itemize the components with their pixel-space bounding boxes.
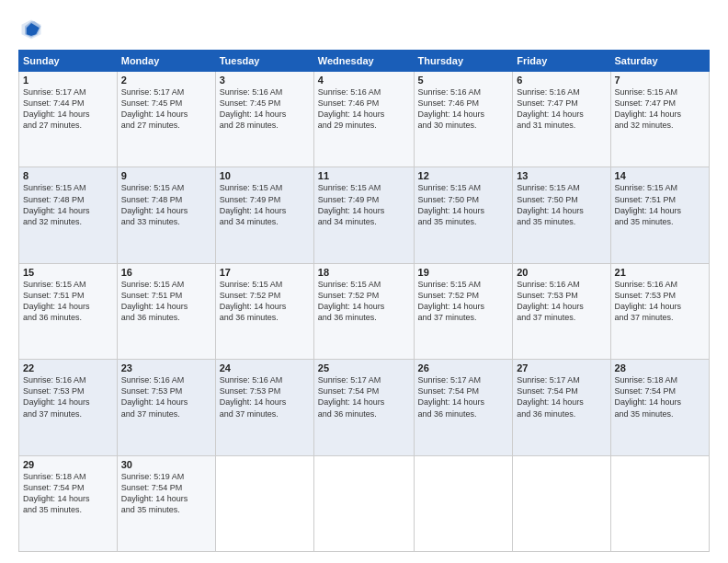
calendar-cell: 3Sunrise: 5:16 AM Sunset: 7:45 PM Daylig… [215,72,313,167]
calendar-cell: 1Sunrise: 5:17 AM Sunset: 7:44 PM Daylig… [19,72,118,167]
day-of-week-sunday: Sunday [19,51,118,72]
day-info: Sunrise: 5:15 AM Sunset: 7:48 PM Dayligh… [23,182,113,227]
day-number: 24 [220,362,310,373]
day-info: Sunrise: 5:15 AM Sunset: 7:52 PM Dayligh… [318,279,410,324]
calendar-cell: 29Sunrise: 5:18 AM Sunset: 7:54 PM Dayli… [19,455,118,551]
calendar-cell: 27Sunrise: 5:17 AM Sunset: 7:54 PM Dayli… [513,360,610,455]
day-info: Sunrise: 5:15 AM Sunset: 7:52 PM Dayligh… [418,279,509,324]
page: SundayMondayTuesdayWednesdayThursdayFrid… [0,0,728,563]
day-info: Sunrise: 5:17 AM Sunset: 7:54 PM Dayligh… [318,374,410,419]
calendar-week-row: 22Sunrise: 5:16 AM Sunset: 7:53 PM Dayli… [19,360,710,455]
calendar-cell: 11Sunrise: 5:15 AM Sunset: 7:49 PM Dayli… [313,167,414,263]
calendar-week-row: 1Sunrise: 5:17 AM Sunset: 7:44 PM Daylig… [19,72,710,167]
day-number: 29 [23,459,113,470]
calendar-cell: 30Sunrise: 5:19 AM Sunset: 7:54 PM Dayli… [117,455,215,551]
calendar-cell: 22Sunrise: 5:16 AM Sunset: 7:53 PM Dayli… [19,360,118,455]
day-info: Sunrise: 5:15 AM Sunset: 7:49 PM Dayligh… [318,182,410,227]
day-info: Sunrise: 5:15 AM Sunset: 7:51 PM Dayligh… [23,279,113,324]
logo [18,17,48,42]
day-info: Sunrise: 5:16 AM Sunset: 7:46 PM Dayligh… [318,86,410,132]
day-number: 7 [615,75,705,86]
day-number: 15 [23,267,113,278]
calendar-cell: 18Sunrise: 5:15 AM Sunset: 7:52 PM Dayli… [313,263,414,359]
day-number: 26 [418,362,509,373]
day-number: 30 [121,459,211,470]
calendar-cell: 13Sunrise: 5:15 AM Sunset: 7:50 PM Dayli… [513,167,610,263]
day-info: Sunrise: 5:16 AM Sunset: 7:47 PM Dayligh… [517,86,606,132]
day-number: 23 [121,362,211,373]
day-info: Sunrise: 5:15 AM Sunset: 7:49 PM Dayligh… [220,182,310,227]
day-number: 27 [517,362,606,373]
calendar-cell: 4Sunrise: 5:16 AM Sunset: 7:46 PM Daylig… [313,72,414,167]
header [18,17,710,42]
calendar-cell [313,455,414,551]
day-of-week-thursday: Thursday [414,51,513,72]
calendar-cell: 25Sunrise: 5:17 AM Sunset: 7:54 PM Dayli… [313,360,414,455]
calendar-cell: 23Sunrise: 5:16 AM Sunset: 7:53 PM Dayli… [117,360,215,455]
calendar-cell: 17Sunrise: 5:15 AM Sunset: 7:52 PM Dayli… [215,263,313,359]
day-number: 8 [23,170,113,181]
calendar-cell: 5Sunrise: 5:16 AM Sunset: 7:46 PM Daylig… [414,72,513,167]
day-number: 12 [418,170,509,181]
day-info: Sunrise: 5:15 AM Sunset: 7:47 PM Dayligh… [615,86,705,132]
calendar-cell: 28Sunrise: 5:18 AM Sunset: 7:54 PM Dayli… [610,360,709,455]
day-number: 19 [418,267,509,278]
day-info: Sunrise: 5:16 AM Sunset: 7:46 PM Dayligh… [418,86,509,132]
day-number: 6 [517,75,606,86]
calendar-cell: 10Sunrise: 5:15 AM Sunset: 7:49 PM Dayli… [215,167,313,263]
day-number: 2 [121,75,211,86]
day-number: 22 [23,362,113,373]
calendar-cell [513,455,610,551]
day-info: Sunrise: 5:16 AM Sunset: 7:53 PM Dayligh… [121,374,211,419]
logo-icon [18,17,44,42]
calendar-cell: 20Sunrise: 5:16 AM Sunset: 7:53 PM Dayli… [513,263,610,359]
calendar-cell: 24Sunrise: 5:16 AM Sunset: 7:53 PM Dayli… [215,360,313,455]
day-number: 16 [121,267,211,278]
day-number: 5 [418,75,509,86]
day-number: 25 [318,362,410,373]
day-number: 4 [318,75,410,86]
day-number: 18 [318,267,410,278]
calendar-cell [215,455,313,551]
calendar-header-row: SundayMondayTuesdayWednesdayThursdayFrid… [19,51,710,72]
day-number: 20 [517,267,606,278]
day-info: Sunrise: 5:18 AM Sunset: 7:54 PM Dayligh… [615,374,705,419]
day-info: Sunrise: 5:16 AM Sunset: 7:53 PM Dayligh… [220,374,310,419]
day-number: 13 [517,170,606,181]
calendar-cell: 16Sunrise: 5:15 AM Sunset: 7:51 PM Dayli… [117,263,215,359]
calendar-week-row: 29Sunrise: 5:18 AM Sunset: 7:54 PM Dayli… [19,455,710,551]
day-number: 9 [121,170,211,181]
day-info: Sunrise: 5:15 AM Sunset: 7:50 PM Dayligh… [517,182,606,227]
calendar-cell: 12Sunrise: 5:15 AM Sunset: 7:50 PM Dayli… [414,167,513,263]
calendar-week-row: 15Sunrise: 5:15 AM Sunset: 7:51 PM Dayli… [19,263,710,359]
day-info: Sunrise: 5:17 AM Sunset: 7:54 PM Dayligh… [517,374,606,419]
day-number: 28 [615,362,705,373]
day-number: 21 [615,267,705,278]
day-number: 10 [220,170,310,181]
calendar-cell: 15Sunrise: 5:15 AM Sunset: 7:51 PM Dayli… [19,263,118,359]
day-info: Sunrise: 5:15 AM Sunset: 7:52 PM Dayligh… [220,279,310,324]
day-info: Sunrise: 5:16 AM Sunset: 7:53 PM Dayligh… [23,374,113,419]
calendar-cell: 8Sunrise: 5:15 AM Sunset: 7:48 PM Daylig… [19,167,118,263]
calendar-cell: 2Sunrise: 5:17 AM Sunset: 7:45 PM Daylig… [117,72,215,167]
day-info: Sunrise: 5:16 AM Sunset: 7:53 PM Dayligh… [615,279,705,324]
day-info: Sunrise: 5:15 AM Sunset: 7:51 PM Dayligh… [121,279,211,324]
calendar-cell: 19Sunrise: 5:15 AM Sunset: 7:52 PM Dayli… [414,263,513,359]
day-info: Sunrise: 5:15 AM Sunset: 7:48 PM Dayligh… [121,182,211,227]
calendar-cell [610,455,709,551]
day-number: 1 [23,75,113,86]
calendar-cell [414,455,513,551]
day-of-week-monday: Monday [117,51,215,72]
calendar-cell: 26Sunrise: 5:17 AM Sunset: 7:54 PM Dayli… [414,360,513,455]
day-number: 11 [318,170,410,181]
calendar-body: 1Sunrise: 5:17 AM Sunset: 7:44 PM Daylig… [19,72,710,552]
calendar-cell: 9Sunrise: 5:15 AM Sunset: 7:48 PM Daylig… [117,167,215,263]
day-info: Sunrise: 5:17 AM Sunset: 7:45 PM Dayligh… [121,86,211,132]
day-info: Sunrise: 5:16 AM Sunset: 7:53 PM Dayligh… [517,279,606,324]
calendar-cell: 14Sunrise: 5:15 AM Sunset: 7:51 PM Dayli… [610,167,709,263]
calendar-table: SundayMondayTuesdayWednesdayThursdayFrid… [18,50,710,552]
day-info: Sunrise: 5:17 AM Sunset: 7:54 PM Dayligh… [418,374,509,419]
day-info: Sunrise: 5:18 AM Sunset: 7:54 PM Dayligh… [23,471,113,516]
calendar-cell: 7Sunrise: 5:15 AM Sunset: 7:47 PM Daylig… [610,72,709,167]
day-info: Sunrise: 5:17 AM Sunset: 7:44 PM Dayligh… [23,86,113,132]
